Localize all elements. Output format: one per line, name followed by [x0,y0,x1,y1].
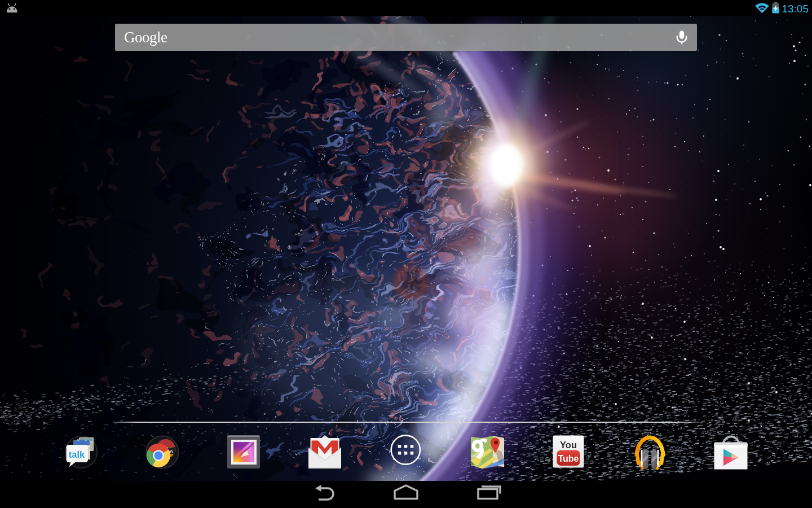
svg-text:You: You [560,440,577,450]
svg-text:13:05: 13:05 [782,3,809,15]
svg-text:talk: talk [69,449,85,459]
svg-text:Tube: Tube [558,454,579,463]
